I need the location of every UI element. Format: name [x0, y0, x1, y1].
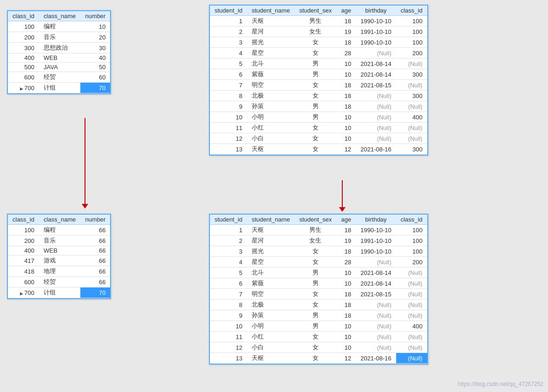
class-name-cell: 编程: [39, 225, 80, 235]
col-birthday: birthday: [356, 6, 396, 16]
class-id-cell: (Null): [396, 289, 427, 300]
class-id-cell: 400: [396, 321, 427, 332]
student-sex-cell: 男: [294, 310, 336, 321]
age-cell: 10: [337, 123, 356, 133]
birthday-cell: (Null): [356, 300, 396, 310]
birthday-cell: 2021-08-15: [356, 289, 396, 300]
age-cell: 28: [337, 257, 356, 268]
col-class-id: class_id: [8, 215, 39, 225]
class-id-cell: (Null): [396, 332, 427, 342]
student-name-cell: 紫薇: [247, 278, 294, 289]
class-id-cell: 500: [8, 63, 39, 72]
col-student-id: student_id: [210, 6, 247, 16]
class-id-cell: (Null): [396, 268, 427, 278]
student-name-cell: 北斗: [247, 268, 294, 278]
class-name-cell: 计组: [39, 287, 80, 298]
age-cell: 18: [337, 80, 356, 91]
student-sex-cell: 女生: [294, 235, 336, 246]
student-name-cell: 小白: [247, 342, 294, 353]
student-sex-cell: 男: [294, 268, 336, 278]
student-id-cell: 9: [210, 101, 247, 112]
class-id-cell: 300: [396, 69, 427, 80]
age-cell: 10: [337, 69, 356, 80]
student-id-cell: 6: [210, 278, 247, 289]
age-cell: 18: [337, 289, 356, 300]
class-name-cell: 音乐: [39, 235, 80, 246]
student-name-cell: 小白: [247, 133, 294, 144]
birthday-cell: (Null): [356, 321, 396, 332]
student-id-cell: 12: [210, 342, 247, 353]
student-id-cell: 1: [210, 16, 247, 26]
class-id-cell: 200: [396, 48, 427, 59]
class-id-cell: (Null): [396, 80, 427, 91]
col-student-name: student_name: [247, 215, 294, 225]
class-name-cell: 编程: [39, 21, 80, 32]
col-student-id: student_id: [210, 215, 247, 225]
class-id-cell: 400: [8, 246, 39, 255]
age-cell: 28: [337, 48, 356, 59]
student-name-cell: 小明: [247, 321, 294, 332]
number-cell: 66: [80, 266, 110, 277]
student-id-cell: 11: [210, 332, 247, 342]
class-name-cell: WEB: [39, 53, 80, 63]
student-id-cell: 3: [210, 246, 247, 257]
student-sex-cell: 女: [294, 353, 336, 364]
student-id-cell: 4: [210, 257, 247, 268]
student-id-cell: 7: [210, 289, 247, 300]
number-cell: 70: [80, 287, 110, 298]
class-id-cell: 700: [8, 287, 39, 298]
class-id-cell: 200: [396, 257, 427, 268]
student-name-cell: 摇光: [247, 37, 294, 48]
class-id-cell: 100: [396, 26, 427, 37]
student-sex-cell: 女: [294, 342, 336, 353]
class-name-cell: 游戏: [39, 255, 80, 266]
age-cell: 19: [337, 235, 356, 246]
student-sex-cell: 女: [294, 144, 336, 155]
student-id-cell: 7: [210, 80, 247, 91]
birthday-cell: 1990-10-10: [356, 16, 396, 26]
birthday-cell: 2021-08-14: [356, 278, 396, 289]
age-cell: 18: [337, 91, 356, 101]
age-cell: 12: [337, 353, 356, 364]
student-id-cell: 10: [210, 321, 247, 332]
number-cell: 70: [80, 83, 110, 93]
student-name-cell: 小红: [247, 332, 294, 342]
class-id-cell: (Null): [396, 278, 427, 289]
number-cell: 66: [80, 255, 110, 266]
class-table-top: class_id class_name number 100编程10200音乐2…: [7, 10, 111, 94]
class-id-cell: 100: [8, 21, 39, 32]
student-table-bottom: student_id student_name student_sex age …: [209, 214, 428, 365]
student-id-cell: 13: [210, 353, 247, 364]
class-id-cell: 200: [8, 32, 39, 43]
number-cell: 60: [80, 72, 110, 83]
age-cell: 10: [337, 278, 356, 289]
age-cell: 18: [337, 246, 356, 257]
class-name-cell: 思想政治: [39, 43, 80, 53]
student-id-cell: 6: [210, 69, 247, 80]
birthday-cell: 1990-10-10: [356, 225, 396, 235]
student-name-cell: 小明: [247, 112, 294, 123]
age-cell: 10: [337, 112, 356, 123]
student-id-cell: 1: [210, 225, 247, 235]
age-cell: 18: [337, 310, 356, 321]
student-id-cell: 9: [210, 310, 247, 321]
student-name-cell: 天枢: [247, 353, 294, 364]
student-name-cell: 北极: [247, 300, 294, 310]
student-sex-cell: 男: [294, 321, 336, 332]
birthday-cell: (Null): [356, 123, 396, 133]
birthday-cell: (Null): [356, 310, 396, 321]
student-id-cell: 2: [210, 26, 247, 37]
class-name-cell: 地理: [39, 266, 80, 277]
number-cell: 66: [80, 246, 110, 255]
student-id-cell: 5: [210, 268, 247, 278]
class-name-cell: JAVA: [39, 63, 80, 72]
student-sex-cell: 女: [294, 123, 336, 133]
class-name-cell: 音乐: [39, 32, 80, 43]
class-id-cell: 600: [8, 277, 39, 287]
class-table-bottom: class_id class_name number 100编程66200音乐6…: [7, 214, 111, 299]
birthday-cell: 2021-08-15: [356, 80, 396, 91]
student-sex-cell: 女: [294, 91, 336, 101]
birthday-cell: 1990-10-10: [356, 37, 396, 48]
class-id-cell: 400: [396, 112, 427, 123]
student-name-cell: 星空: [247, 48, 294, 59]
